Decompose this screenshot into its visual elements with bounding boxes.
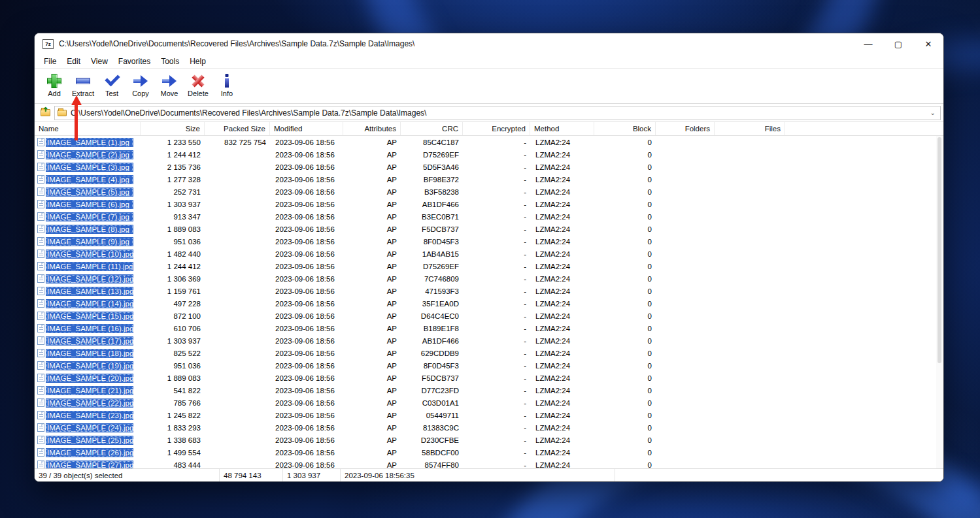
file-name-cell[interactable]: IMAGE_SAMPLE (4).jpg: [35, 175, 141, 184]
file-name-cell[interactable]: IMAGE_SAMPLE (27).jpg: [35, 461, 141, 469]
delete-button[interactable]: Delete: [184, 71, 212, 97]
file-modified: 2023-09-06 18:56: [270, 325, 343, 332]
file-row[interactable]: IMAGE_SAMPLE (14).jpg 497 228 2023-09-06…: [35, 297, 943, 310]
file-row[interactable]: IMAGE_SAMPLE (16).jpg 610 706 2023-09-06…: [35, 322, 943, 334]
file-method: LZMA2:24: [530, 176, 594, 184]
menu-item-file[interactable]: File: [39, 56, 61, 67]
column-header-method[interactable]: Method: [530, 122, 594, 135]
column-header-name[interactable]: Name: [35, 122, 141, 135]
file-row[interactable]: IMAGE_SAMPLE (22).jpg 785 766 2023-09-06…: [35, 397, 943, 409]
file-name-cell[interactable]: IMAGE_SAMPLE (2).jpg: [35, 150, 141, 159]
file-row[interactable]: IMAGE_SAMPLE (9).jpg 951 036 2023-09-06 …: [35, 235, 943, 248]
file-row[interactable]: IMAGE_SAMPLE (23).jpg 1 245 822 2023-09-…: [35, 409, 943, 421]
column-header-size[interactable]: Size: [141, 122, 205, 135]
file-attributes: AP: [343, 349, 401, 357]
close-button[interactable]: ✕: [913, 33, 943, 54]
file-name-cell[interactable]: IMAGE_SAMPLE (17).jpg: [35, 336, 141, 346]
info-button[interactable]: Info: [212, 71, 241, 97]
file-name-cell[interactable]: IMAGE_SAMPLE (14).jpg: [35, 299, 141, 308]
file-block: 0: [594, 287, 656, 295]
file-name-cell[interactable]: IMAGE_SAMPLE (26).jpg: [35, 448, 141, 457]
file-row[interactable]: IMAGE_SAMPLE (27).jpg 483 444 2023-09-06…: [35, 459, 943, 468]
file-row[interactable]: IMAGE_SAMPLE (15).jpg 872 100 2023-09-06…: [35, 310, 943, 322]
file-row[interactable]: IMAGE_SAMPLE (21).jpg 541 822 2023-09-06…: [35, 384, 943, 397]
file-row[interactable]: IMAGE_SAMPLE (20).jpg 1 889 083 2023-09-…: [35, 372, 943, 384]
file-row[interactable]: IMAGE_SAMPLE (11).jpg 1 244 412 2023-09-…: [35, 260, 943, 272]
file-name-cell[interactable]: IMAGE_SAMPLE (3).jpg: [35, 163, 141, 172]
test-button[interactable]: Test: [97, 71, 126, 97]
title-bar[interactable]: 7z C:\Users\Yodel\OneDrive\Documents\Rec…: [35, 33, 943, 54]
file-row[interactable]: IMAGE_SAMPLE (5).jpg 252 731 2023-09-06 …: [35, 186, 943, 198]
copy-button[interactable]: Copy: [126, 71, 155, 97]
file-name-cell[interactable]: IMAGE_SAMPLE (18).jpg: [35, 349, 141, 358]
address-field[interactable]: C:\Users\Yodel\OneDrive\Documents\Recove…: [54, 106, 941, 120]
file-name-cell[interactable]: IMAGE_SAMPLE (16).jpg: [35, 324, 141, 333]
file-name-cell[interactable]: IMAGE_SAMPLE (23).jpg: [35, 411, 141, 420]
file-name-cell[interactable]: IMAGE_SAMPLE (12).jpg: [35, 274, 141, 283]
column-header-folders[interactable]: Folders: [656, 122, 715, 135]
column-header-modified[interactable]: Modified: [270, 122, 343, 135]
file-name-cell[interactable]: IMAGE_SAMPLE (10).jpg: [35, 250, 141, 259]
file-row[interactable]: IMAGE_SAMPLE (7).jpg 913 347 2023-09-06 …: [35, 210, 943, 223]
column-header-encrypted[interactable]: Encrypted: [463, 122, 530, 135]
file-name-cell[interactable]: IMAGE_SAMPLE (15).jpg: [35, 312, 141, 321]
file-name-cell[interactable]: IMAGE_SAMPLE (24).jpg: [35, 423, 141, 432]
menu-item-view[interactable]: View: [86, 56, 113, 67]
column-header-crc[interactable]: CRC: [401, 122, 463, 135]
file-row[interactable]: IMAGE_SAMPLE (24).jpg 1 833 293 2023-09-…: [35, 421, 943, 434]
toolbar-button-label: Copy: [132, 89, 149, 97]
file-name-cell[interactable]: IMAGE_SAMPLE (1).jpg: [35, 138, 141, 147]
file-method: LZMA2:24: [530, 188, 594, 196]
file-name-cell[interactable]: IMAGE_SAMPLE (5).jpg: [35, 187, 141, 197]
column-header-packed-size[interactable]: Packed Size: [205, 122, 270, 135]
file-name-cell[interactable]: IMAGE_SAMPLE (25).jpg: [35, 436, 141, 445]
column-header-block[interactable]: Block: [594, 122, 656, 135]
file-name-cell[interactable]: IMAGE_SAMPLE (7).jpg: [35, 212, 141, 221]
minimize-button[interactable]: —: [853, 33, 883, 54]
file-name-cell[interactable]: IMAGE_SAMPLE (21).jpg: [35, 386, 141, 395]
add-button[interactable]: Add: [40, 71, 69, 97]
file-row[interactable]: IMAGE_SAMPLE (25).jpg 1 338 683 2023-09-…: [35, 434, 943, 446]
file-row[interactable]: IMAGE_SAMPLE (10).jpg 1 482 440 2023-09-…: [35, 248, 943, 260]
chevron-down-icon[interactable]: ⌄: [928, 109, 938, 116]
file-row[interactable]: IMAGE_SAMPLE (8).jpg 1 889 083 2023-09-0…: [35, 223, 943, 235]
file-row[interactable]: IMAGE_SAMPLE (2).jpg 1 244 412 2023-09-0…: [35, 148, 943, 161]
menu-item-tools[interactable]: Tools: [156, 56, 184, 67]
file-name-cell[interactable]: IMAGE_SAMPLE (22).jpg: [35, 398, 141, 408]
scrollbar-thumb[interactable]: [938, 137, 941, 363]
file-name-cell[interactable]: IMAGE_SAMPLE (13).jpg: [35, 287, 141, 296]
file-row[interactable]: IMAGE_SAMPLE (6).jpg 1 303 937 2023-09-0…: [35, 198, 943, 210]
file-row[interactable]: IMAGE_SAMPLE (3).jpg 2 135 736 2023-09-0…: [35, 161, 943, 173]
column-header-attributes[interactable]: Attributes: [343, 122, 401, 135]
file-encrypted: -: [463, 424, 530, 432]
extract-button[interactable]: Extract: [69, 71, 97, 97]
file-name-cell[interactable]: IMAGE_SAMPLE (20).jpg: [35, 374, 141, 383]
menu-item-help[interactable]: Help: [184, 56, 211, 67]
file-row[interactable]: IMAGE_SAMPLE (19).jpg 951 036 2023-09-06…: [35, 359, 943, 372]
file-name-cell[interactable]: IMAGE_SAMPLE (8).jpg: [35, 225, 141, 234]
vertical-scrollbar[interactable]: [936, 136, 943, 468]
move-button[interactable]: Move: [155, 71, 184, 97]
file-row[interactable]: IMAGE_SAMPLE (4).jpg 1 277 328 2023-09-0…: [35, 173, 943, 186]
menu-item-edit[interactable]: Edit: [61, 56, 86, 67]
file-row[interactable]: IMAGE_SAMPLE (1).jpg 1 233 550 832 725 7…: [35, 136, 943, 148]
file-row[interactable]: IMAGE_SAMPLE (13).jpg 1 159 761 2023-09-…: [35, 285, 943, 297]
file-name-cell[interactable]: IMAGE_SAMPLE (9).jpg: [35, 237, 141, 246]
column-header-files[interactable]: Files: [715, 122, 785, 135]
file-modified: 2023-09-06 18:56: [270, 412, 343, 419]
file-encrypted: -: [463, 287, 530, 295]
file-icon: [37, 349, 44, 357]
maximize-button[interactable]: ▢: [883, 33, 913, 54]
file-row[interactable]: IMAGE_SAMPLE (12).jpg 1 306 369 2023-09-…: [35, 272, 943, 285]
file-row[interactable]: IMAGE_SAMPLE (17).jpg 1 303 937 2023-09-…: [35, 334, 943, 347]
file-rows: IMAGE_SAMPLE (1).jpg 1 233 550 832 725 7…: [35, 136, 943, 468]
file-row[interactable]: IMAGE_SAMPLE (18).jpg 825 522 2023-09-06…: [35, 347, 943, 359]
file-name-cell[interactable]: IMAGE_SAMPLE (6).jpg: [35, 200, 141, 209]
file-row[interactable]: IMAGE_SAMPLE (26).jpg 1 499 554 2023-09-…: [35, 446, 943, 459]
file-encrypted: -: [463, 188, 530, 196]
menu-item-favorites[interactable]: Favorites: [113, 56, 156, 67]
file-encrypted: -: [463, 362, 530, 370]
file-name-cell[interactable]: IMAGE_SAMPLE (11).jpg: [35, 262, 141, 271]
file-name-cell[interactable]: IMAGE_SAMPLE (19).jpg: [35, 361, 141, 370]
up-one-level-button[interactable]: [37, 106, 53, 120]
